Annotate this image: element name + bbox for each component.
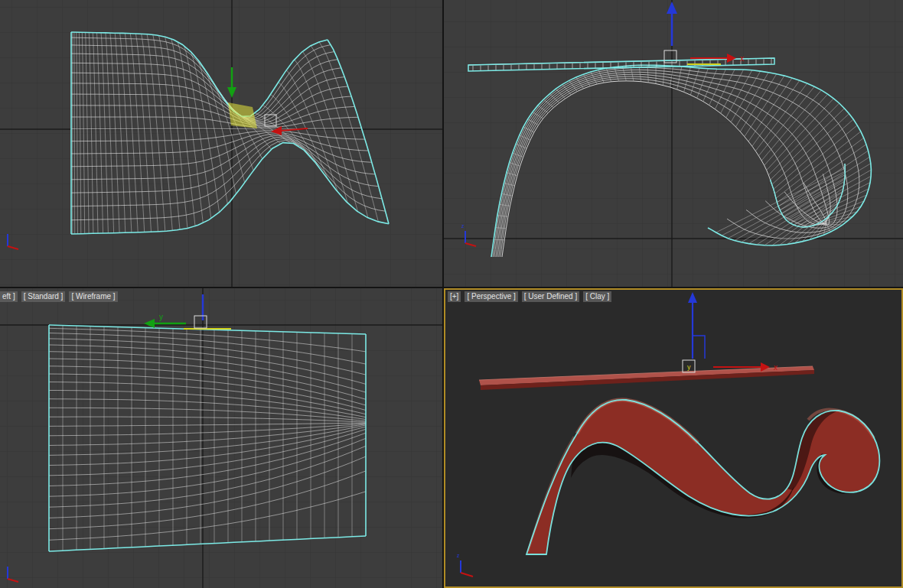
viewport-label: [+] [ Perspective ] [ User Defined ] [ C… xyxy=(448,291,611,302)
x-axis-label: x xyxy=(774,363,777,372)
viewport-label-view[interactable]: eft ] xyxy=(0,291,18,302)
viewport-bottom-left[interactable]: eft ] [ Standard ] [ Wireframe ] xyxy=(0,288,442,588)
y-axis-label: y xyxy=(687,363,691,371)
z-axis-label: z xyxy=(457,553,460,558)
viewport-top-right[interactable]: x z xyxy=(444,0,903,287)
grid xyxy=(0,0,442,287)
grid xyxy=(444,0,903,287)
viewport-label-standard[interactable]: [ Standard ] xyxy=(21,291,66,302)
viewport-label-shading[interactable]: [ Clay ] xyxy=(583,291,611,302)
viewport-top-left[interactable] xyxy=(0,0,442,287)
z-axis-label: z xyxy=(461,223,465,229)
viewport-label-view[interactable]: [ Perspective ] xyxy=(465,291,517,302)
viewport-quad-layout: x z eft ] [ Standard ] [ Wireframe ] xyxy=(0,0,903,588)
viewport-label: eft ] [ Standard ] [ Wireframe ] xyxy=(0,291,118,302)
x-axis-label: x xyxy=(740,54,744,63)
y-axis-label: y xyxy=(159,313,163,321)
viewport-canvas-top-right: x z xyxy=(444,0,903,287)
viewport-label-menu[interactable]: [+] xyxy=(448,291,461,302)
viewport-bottom-right[interactable]: [+] [ Perspective ] [ User Defined ] [ C… xyxy=(444,288,903,588)
viewport-canvas-bottom-right: y x z xyxy=(444,288,903,588)
viewport-canvas-top-left xyxy=(0,0,442,287)
viewport-label-shading[interactable]: [ Wireframe ] xyxy=(69,291,117,302)
viewport-canvas-bottom-left: y xyxy=(0,288,442,588)
viewport-label-pov[interactable]: [ User Defined ] xyxy=(522,291,579,302)
